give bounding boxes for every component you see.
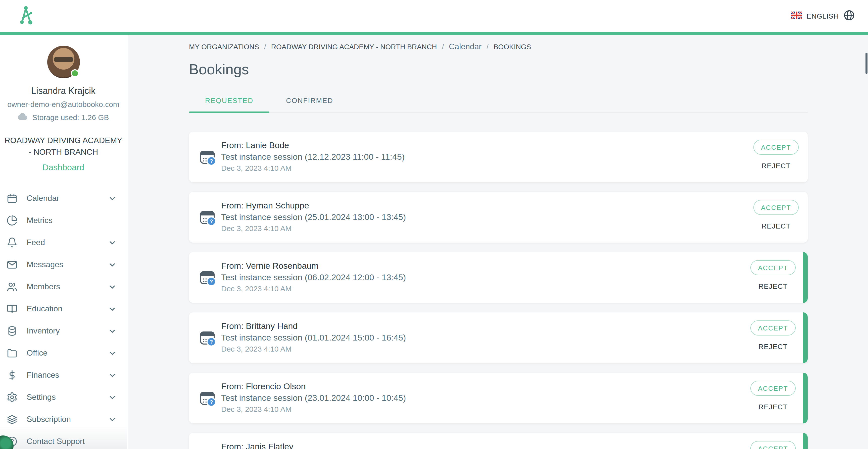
dashboard-link[interactable]: Dashboard (0, 163, 127, 173)
booking-from: From: Vernie Rosenbaum (221, 261, 750, 272)
breadcrumb-item-bookings[interactable]: BOOKINGS (494, 43, 531, 51)
sidebar-item-finances[interactable]: Finances (0, 364, 127, 386)
sidebar-item-label: Office (27, 349, 108, 358)
brand-accent-bar (0, 32, 868, 35)
folder-icon (6, 347, 18, 359)
booking-card[interactable]: From: Hyman Schuppe Test instance sessio… (189, 192, 808, 243)
booking-card[interactable]: From: Florencio Olson Test instance sess… (189, 373, 808, 423)
breadcrumb-item-roadway-driving-academy-north-branch[interactable]: ROADWAY DRIVING ACADEMY - NORTH BRANCH (271, 43, 437, 51)
booking-from: From: Hyman Schuppe (221, 200, 753, 212)
app-logo-icon[interactable] (18, 5, 34, 27)
dollar-icon (6, 369, 18, 381)
tab-confirmed[interactable]: CONFIRMED (269, 90, 350, 112)
breadcrumb-separator: / (482, 43, 494, 51)
sidebar-item-feed[interactable]: Feed (0, 231, 127, 254)
book-icon (6, 303, 18, 315)
envelope-icon (6, 259, 18, 271)
accept-button[interactable]: ACCEPT (753, 140, 799, 155)
sidebar-item-label: Education (27, 304, 108, 313)
accept-button[interactable]: ACCEPT (753, 200, 799, 215)
question-badge-icon (207, 216, 216, 226)
accept-button[interactable]: ACCEPT (750, 320, 796, 335)
sidebar-item-contact-support[interactable]: Contact Support (0, 430, 127, 449)
breadcrumb: MY ORGANIZATIONS / ROADWAY DRIVING ACADE… (189, 42, 808, 51)
bookings-list: From: Lanie Bode Test instance session (… (189, 132, 808, 449)
question-badge-icon (207, 397, 216, 407)
language-selector[interactable]: ENGLISH (791, 9, 855, 23)
chevron-down-icon (108, 371, 117, 379)
sidebar-item-label: Calendar (27, 194, 108, 203)
sidebar-item-education[interactable]: Education (0, 298, 127, 320)
tab-requested[interactable]: REQUESTED (189, 90, 269, 112)
online-status-dot (71, 69, 79, 77)
sidebar-item-messages[interactable]: Messages (0, 254, 127, 276)
reject-button[interactable]: REJECT (755, 282, 790, 291)
app-root: ENGLISH Lisandra Krajcik owner-demo-en@a… (0, 0, 868, 449)
language-label: ENGLISH (806, 12, 839, 20)
booking-card[interactable]: From: Brittany Hand Test instance sessio… (189, 312, 808, 363)
booking-session: Test instance session (23.01.2024 10:00 … (221, 392, 750, 404)
uk-flag-icon (791, 11, 802, 21)
sidebar-item-label: Metrics (27, 216, 108, 225)
layers-icon (6, 413, 18, 425)
booking-created-at: Dec 3, 2023 4:10 AM (221, 344, 750, 355)
user-email: owner-demo-en@autobooko.com (0, 100, 127, 108)
sidebar-item-calendar[interactable]: Calendar (0, 187, 127, 210)
booking-request-icon (200, 331, 215, 344)
reject-button[interactable]: REJECT (758, 161, 794, 170)
breadcrumb-item-calendar[interactable]: Calendar (449, 42, 482, 51)
booking-session: Test instance session (06.02.2024 12:00 … (221, 272, 750, 283)
sidebar-item-label: Settings (27, 393, 108, 402)
sidebar-item-label: Contact Support (27, 437, 108, 446)
reject-button[interactable]: REJECT (755, 402, 790, 411)
sidebar-item-subscription[interactable]: Subscription (0, 408, 127, 430)
calendar-icon (6, 192, 18, 204)
chevron-down-icon (108, 415, 117, 424)
sidebar: Lisandra Krajcik owner-demo-en@autobooko… (0, 35, 127, 449)
sidebar-item-label: Subscription (27, 415, 108, 424)
reject-button[interactable]: REJECT (755, 342, 790, 351)
sidebar-item-label: Feed (27, 238, 108, 247)
sidebar-item-members[interactable]: Members (0, 276, 127, 298)
chevron-down-icon (108, 260, 117, 269)
question-badge-icon (207, 337, 216, 346)
sidebar-menu: Calendar Metrics Feed Messages Members (0, 184, 127, 449)
breadcrumb-item-my-organizations[interactable]: MY ORGANIZATIONS (189, 43, 259, 51)
globe-icon (843, 9, 855, 23)
chevron-down-icon (108, 349, 117, 357)
booking-from: From: Lanie Bode (221, 140, 753, 151)
booking-from: From: Florencio Olson (221, 381, 750, 392)
sidebar-item-label: Messages (27, 260, 108, 269)
chevron-down-icon (108, 283, 117, 291)
chevron-down-icon (108, 304, 117, 313)
sidebar-item-settings[interactable]: Settings (0, 386, 127, 408)
cloud-icon (18, 113, 28, 122)
sidebar-item-label: Members (27, 282, 108, 291)
accept-button[interactable]: ACCEPT (750, 381, 796, 396)
booking-created-at: Dec 3, 2023 4:10 AM (221, 404, 750, 415)
breadcrumb-separator: / (259, 43, 271, 51)
sidebar-item-inventory[interactable]: Inventory (0, 320, 127, 342)
chevron-down-icon (108, 327, 117, 335)
top-bar: ENGLISH (0, 0, 868, 32)
booking-session: Test instance session (12.12.2023 11:00 … (221, 151, 753, 163)
booking-card[interactable]: From: Lanie Bode Test instance session (… (189, 132, 808, 182)
tab-bar: REQUESTED CONFIRMED (189, 90, 808, 113)
accept-button[interactable]: ACCEPT (750, 260, 796, 275)
booking-card[interactable]: From: Janis Flatley Test instance sessio… (189, 433, 808, 449)
booking-session: Test instance session (25.01.2024 13:00 … (221, 212, 753, 223)
booking-request-icon (200, 271, 215, 284)
avatar[interactable] (47, 46, 80, 78)
sidebar-item-office[interactable]: Office (0, 342, 127, 364)
booking-created-at: Dec 3, 2023 4:10 AM (221, 163, 753, 174)
scrollbar-thumb[interactable] (866, 53, 868, 74)
accept-button[interactable]: ACCEPT (750, 441, 796, 449)
question-badge-icon (207, 277, 216, 286)
reject-button[interactable]: REJECT (758, 222, 794, 230)
chevron-down-icon (108, 393, 117, 402)
sidebar-item-metrics[interactable]: Metrics (0, 210, 127, 231)
booking-from: From: Brittany Hand (221, 321, 750, 332)
booking-created-at: Dec 3, 2023 4:10 AM (221, 283, 750, 294)
database-icon (6, 325, 18, 337)
booking-card[interactable]: From: Vernie Rosenbaum Test instance ses… (189, 252, 808, 303)
